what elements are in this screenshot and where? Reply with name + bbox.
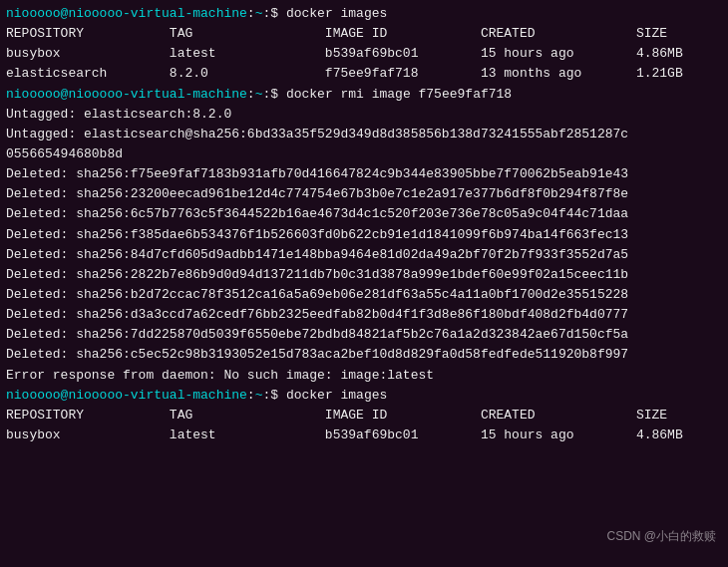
terminal-text: elasticsearch 8.2.0 f75ee9faf718 13 mont…	[6, 66, 683, 81]
terminal-text: Deleted: sha256:c5ec52c98b3193052e15d783…	[6, 347, 628, 362]
terminal-text: Deleted: sha256:b2d72ccac78f3512ca16a5a6…	[6, 287, 628, 302]
terminal-text: Deleted: sha256:6c57b7763c5f3644522b16ae…	[6, 206, 628, 221]
terminal-line: elasticsearch 8.2.0 f75ee9faf718 13 mont…	[6, 64, 722, 84]
prompt-dollar: $	[270, 6, 278, 21]
prompt-cmd: docker rmi image f75ee9faf718	[278, 87, 512, 102]
terminal-line: Deleted: sha256:2822b7e86b9d0d94d137211d…	[6, 265, 722, 285]
prompt-dollar: $	[270, 87, 278, 102]
prompt-user: niooooo@niooooo-virtual-machine	[6, 388, 247, 403]
terminal-text: REPOSITORY TAG IMAGE ID CREATED SIZE	[6, 408, 667, 423]
terminal-line: REPOSITORY TAG IMAGE ID CREATED SIZE	[6, 406, 722, 425]
terminal-line: busybox latest b539af69bc01 15 hours ago…	[6, 44, 722, 64]
prompt-cmd: docker images	[278, 6, 387, 21]
terminal-line: REPOSITORY TAG IMAGE ID CREATED SIZE	[6, 24, 722, 44]
terminal-line: Deleted: sha256:23200eecad961be12d4c7747…	[6, 184, 722, 204]
terminal-line: niooooo@niooooo-virtual-machine:~:$ dock…	[6, 85, 722, 105]
terminal-line: Deleted: sha256:c5ec52c98b3193052e15d783…	[6, 345, 722, 365]
terminal-text: busybox latest b539af69bc01 15 hours ago…	[6, 46, 683, 61]
terminal-line: Error response from daemon: No such imag…	[6, 366, 722, 386]
terminal-line: niooooo@niooooo-virtual-machine:~:$ dock…	[6, 4, 722, 24]
terminal-line: Deleted: sha256:f75ee9faf7183b931afb70d4…	[6, 164, 722, 184]
terminal-text: Deleted: sha256:f75ee9faf7183b931afb70d4…	[6, 166, 628, 181]
prompt-user: niooooo@niooooo-virtual-machine	[6, 6, 247, 21]
terminal-line: Deleted: sha256:d3a3ccd7a62cedf76bb2325e…	[6, 305, 722, 325]
terminal-line: Untagged: elasticsearch@sha256:6bd33a35f…	[6, 125, 722, 144]
terminal: niooooo@niooooo-virtual-machine:~:$ dock…	[0, 0, 728, 567]
terminal-text: Deleted: sha256:2822b7e86b9d0d94d137211d…	[6, 267, 628, 282]
terminal-line: 055665494680b8d	[6, 144, 722, 164]
terminal-line: Deleted: sha256:f385dae6b534376f1b526603…	[6, 225, 722, 245]
terminal-text: Deleted: sha256:84d7cfd605d9adbb1471e148…	[6, 247, 628, 262]
terminal-text: Error response from daemon: No such imag…	[6, 368, 434, 383]
terminal-text: Untagged: elasticsearch:8.2.0	[6, 107, 231, 122]
prompt-dollar: $	[270, 388, 278, 403]
terminal-text: Deleted: sha256:d3a3ccd7a62cedf76bb2325e…	[6, 307, 628, 322]
terminal-text: REPOSITORY TAG IMAGE ID CREATED SIZE	[6, 26, 667, 41]
terminal-line: niooooo@niooooo-virtual-machine:~:$ dock…	[6, 386, 722, 406]
terminal-line: busybox latest b539af69bc01 15 hours ago…	[6, 425, 722, 445]
watermark: CSDN @小白的救赎	[606, 528, 716, 545]
terminal-line: Deleted: sha256:b2d72ccac78f3512ca16a5a6…	[6, 285, 722, 305]
terminal-line: Deleted: sha256:84d7cfd605d9adbb1471e148…	[6, 245, 722, 265]
terminal-text: Deleted: sha256:23200eecad961be12d4c7747…	[6, 186, 628, 201]
prompt-cmd: docker images	[278, 388, 387, 403]
terminal-text: Deleted: sha256:f385dae6b534376f1b526603…	[6, 227, 628, 242]
terminal-line: Deleted: sha256:6c57b7763c5f3644522b16ae…	[6, 204, 722, 224]
terminal-text: 055665494680b8d	[6, 146, 123, 161]
terminal-line: Untagged: elasticsearch:8.2.0	[6, 105, 722, 125]
terminal-line: Deleted: sha256:7dd225870d5039f6550ebe72…	[6, 325, 722, 345]
prompt-user: niooooo@niooooo-virtual-machine	[6, 87, 247, 102]
terminal-text: busybox latest b539af69bc01 15 hours ago…	[6, 427, 683, 442]
terminal-text: Deleted: sha256:7dd225870d5039f6550ebe72…	[6, 327, 628, 342]
terminal-text: Untagged: elasticsearch@sha256:6bd33a35f…	[6, 127, 628, 142]
